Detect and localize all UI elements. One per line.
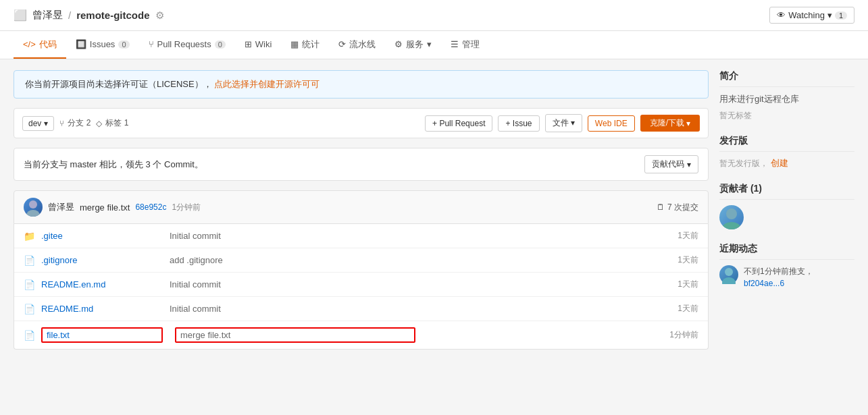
clone-dropdown-icon: ▾ — [686, 119, 690, 128]
services-icon: ⚙ — [394, 39, 403, 49]
contribute-btn[interactable]: 贡献代码 ▾ — [644, 155, 698, 173]
file-commit-msg: Initial commit — [170, 231, 651, 241]
tab-stats-label: 统计 — [302, 38, 320, 51]
pipeline-icon: ⟳ — [338, 39, 346, 49]
issue-btn[interactable]: + Issue — [498, 115, 539, 132]
sidebar-intro-title: 简介 — [719, 70, 854, 87]
table-row: 📄 file.txt merge file.txt 1分钟前 — [14, 321, 708, 349]
file-icon: 📄 — [24, 330, 34, 341]
sidebar-releases-title: 发行版 — [719, 135, 854, 152]
table-row: 📄 .gitignore add .gitignore 1天前 — [14, 248, 708, 273]
file-time: 1天前 — [658, 279, 698, 290]
repo-title: ⬜ 曾泽昱 / remote-gitcode ⚙ — [14, 9, 164, 22]
commit-count-text: 7 次提交 — [667, 202, 698, 213]
separator: / — [68, 9, 71, 21]
releases-empty: 暂无发行版， — [719, 159, 768, 168]
file-name: README.md — [41, 304, 163, 314]
manage-icon: ☰ — [451, 39, 459, 49]
sidebar-activity: 近期动态 不到1分钟前推支， bf204ae...6 — [719, 243, 854, 289]
services-dropdown-icon: ▾ — [427, 39, 432, 49]
commit-author[interactable]: 曾泽昱 — [48, 201, 74, 213]
tab-pipeline[interactable]: ⟳ 流水线 — [329, 31, 385, 59]
branch-bar: dev ▾ ⑂ 分支 2 ◇ 标签 1 + Pull Request + Iss… — [14, 108, 709, 138]
tag-count-text: 标签 1 — [105, 117, 128, 129]
branch-select-btn[interactable]: dev ▾ — [22, 116, 54, 131]
license-notice: 你当前开源项目尚未选择许可证（LICENSE）， 点此选择并创建开源许可可 — [14, 70, 709, 99]
compare-bar: 当前分支与 master 相比，领先 3 个 Commit。 贡献代码 ▾ — [14, 148, 709, 181]
activity-avatar — [719, 265, 738, 284]
file-link[interactable]: file.txt — [47, 330, 70, 340]
tab-manage-label: 管理 — [462, 38, 480, 51]
license-text: 你当前开源项目尚未选择许可证（LICENSE）， — [25, 79, 212, 89]
tab-manage[interactable]: ☰ 管理 — [441, 31, 489, 59]
tab-wiki-label: Wiki — [255, 39, 272, 49]
commit-bar-left: 曾泽昱 merge file.txt 68e952c 1分钟前 — [24, 198, 201, 217]
tab-code[interactable]: </> 代码 — [14, 31, 66, 59]
file-commit-msg: merge file.txt — [175, 327, 415, 343]
activity-desc: 不到1分钟前推支， — [744, 267, 813, 276]
clone-btn[interactable]: 克隆/下载 ▾ — [640, 115, 700, 132]
svg-point-3 — [722, 222, 741, 229]
file-dropdown-icon: ▾ — [571, 118, 575, 128]
top-bar: ⬜ 曾泽昱 / remote-gitcode ⚙ 👁 Watching ▾ 1 — [0, 0, 868, 31]
compare-text: 当前分支与 master 相比，领先 3 个 Commit。 — [24, 159, 203, 171]
branch-select-name: dev — [28, 119, 41, 128]
activity-item: 不到1分钟前推支， bf204ae...6 — [719, 265, 854, 289]
file-link[interactable]: .gitignore — [41, 255, 77, 265]
commit-bar: 曾泽昱 merge file.txt 68e952c 1分钟前 🗒 7 次提交 — [14, 190, 709, 224]
file-time: 1分钟前 — [658, 329, 698, 341]
tab-stats[interactable]: ▦ 统计 — [281, 31, 329, 59]
license-link[interactable]: 点此选择并创建开源许可可 — [214, 79, 320, 89]
file-link[interactable]: README.md — [41, 304, 93, 314]
file-icon: 📄 — [24, 279, 34, 290]
code-icon: </> — [23, 39, 36, 49]
issues-icon: 🔲 — [76, 39, 86, 49]
file-name: .gitignore — [41, 255, 163, 265]
file-btn[interactable]: 文件 ▾ — [545, 114, 582, 132]
contributor-avatar[interactable] — [719, 205, 744, 229]
repo-name[interactable]: remote-gitcode — [76, 9, 149, 21]
pull-request-btn[interactable]: + Pull Request — [425, 115, 492, 132]
main-container: 你当前开源项目尚未选择许可证（LICENSE）， 点此选择并创建开源许可可 de… — [0, 59, 868, 360]
clone-btn-label: 克隆/下载 — [650, 117, 684, 129]
tab-pr-label: Pull Requests — [157, 39, 211, 49]
activity-link[interactable]: bf204ae...6 — [744, 279, 784, 288]
web-ide-btn[interactable]: Web IDE — [588, 115, 635, 132]
table-row: 📄 README.en.md Initial commit 1天前 — [14, 273, 708, 297]
commit-count: 🗒 7 次提交 — [657, 202, 698, 213]
tag-info: ◇ 标签 1 — [96, 117, 128, 129]
file-list: 📁 .gitee Initial commit 1天前 📄 .gitignore… — [14, 224, 709, 350]
commit-msg: merge file.txt — [80, 202, 130, 213]
releases-create-link[interactable]: 创建 — [771, 158, 788, 168]
watch-label: Watching — [788, 10, 825, 20]
file-link[interactable]: README.en.md — [41, 279, 105, 289]
sidebar: 简介 用来进行git远程仓库 暂无标签 发行版 暂无发行版， 创建 贡献者 (1… — [719, 70, 854, 350]
watch-button[interactable]: 👁 Watching ▾ 1 — [769, 7, 854, 24]
issues-badge: 0 — [118, 40, 129, 49]
settings-icon[interactable]: ⚙ — [155, 9, 164, 22]
sidebar-contributors: 贡献者 (1) — [719, 183, 854, 229]
nav-tabs: </> 代码 🔲 Issues 0 ⑂ Pull Requests 0 ⊞ Wi… — [0, 31, 868, 59]
activity-text: 不到1分钟前推支， bf204ae...6 — [744, 265, 854, 289]
svg-point-4 — [725, 268, 733, 276]
tab-pullrequests[interactable]: ⑂ Pull Requests 0 — [139, 31, 235, 59]
eye-icon: 👁 — [777, 10, 786, 20]
repo-owner[interactable]: 曾泽昱 — [32, 9, 63, 22]
file-name: .gitee — [41, 231, 163, 241]
sidebar-no-tags: 暂无标签 — [719, 110, 854, 121]
contribute-label: 贡献代码 — [652, 159, 684, 170]
table-row: 📁 .gitee Initial commit 1天前 — [14, 224, 708, 248]
svg-point-2 — [726, 209, 737, 219]
avatar-img — [24, 198, 43, 217]
svg-point-1 — [26, 210, 40, 217]
tab-issues[interactable]: 🔲 Issues 0 — [66, 31, 139, 59]
commit-hash[interactable]: 68e952c — [135, 202, 166, 212]
tab-wiki[interactable]: ⊞ Wiki — [235, 31, 282, 59]
branch-count-icon: ⑂ — [59, 119, 64, 128]
file-commit-msg: add .gitignore — [170, 255, 651, 265]
file-link[interactable]: .gitee — [41, 231, 63, 241]
sidebar-activity-title: 近期动态 — [719, 243, 854, 260]
tab-services[interactable]: ⚙ 服务 ▾ — [385, 31, 441, 59]
svg-point-5 — [722, 277, 736, 284]
watch-count: 1 — [835, 11, 847, 20]
